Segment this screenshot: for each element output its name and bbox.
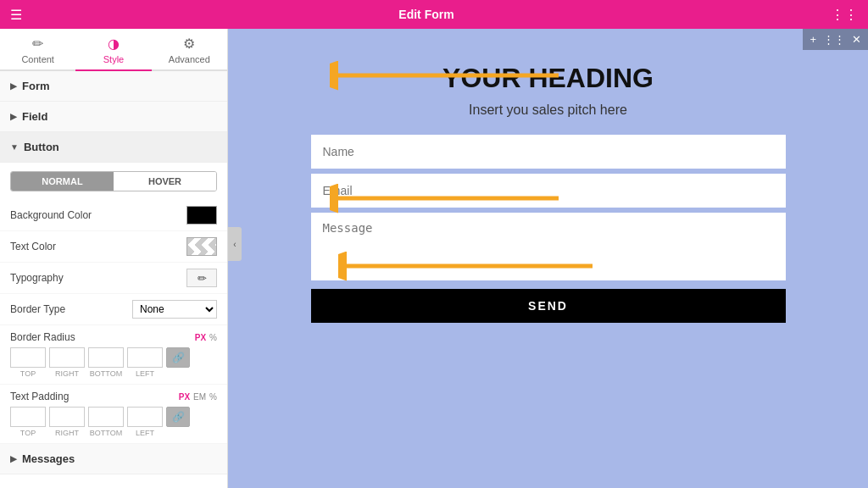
field-arrow-icon: ▶ (10, 112, 17, 121)
typography-label: Typography (10, 272, 186, 284)
text-padding-label: Text Padding (10, 391, 69, 402)
right-label: RIGHT (49, 369, 85, 378)
preview-subheading: Insert you sales pitch here (311, 103, 786, 118)
messages-arrow-icon: ▶ (10, 454, 17, 463)
padding-top-label: TOP (10, 429, 46, 437)
tabs-container: ✏ Content ◑ Style ⚙ Advanced (0, 29, 227, 71)
bottom-label: BOTTOM (88, 369, 124, 378)
border-radius-section: Border Radius PX % 🔗 TOP RIGHT BOTTOM LE… (0, 325, 227, 385)
section-form[interactable]: ▶ Form (0, 71, 227, 102)
border-radius-label: Border Radius (10, 331, 75, 343)
form-preview: YOUR HEADING Insert you sales pitch here… (311, 63, 786, 323)
send-button[interactable]: SEND (311, 289, 786, 323)
tab-advanced-label: Advanced (169, 54, 210, 64)
menu-icon[interactable]: ☰ (10, 7, 22, 23)
preview-toolbar: + ⋮⋮ ✕ (803, 29, 868, 50)
border-type-label: Border Type (10, 303, 132, 315)
typography-row: Typography ✏ (0, 263, 227, 294)
button-arrow-icon: ▼ (10, 142, 19, 152)
border-radius-top-input[interactable] (10, 347, 46, 368)
background-color-row: Background Color (0, 200, 227, 231)
preview-heading: YOUR HEADING (311, 63, 786, 94)
bg-color-label: Background Color (10, 209, 186, 221)
text-padding-section: Text Padding PX EM % 🔗 TOP RIGHT BOTTOM … (0, 385, 227, 444)
name-input[interactable] (311, 135, 786, 169)
advanced-tab-icon: ⚙ (183, 36, 195, 52)
normal-tab-btn[interactable]: NORMAL (11, 172, 114, 191)
border-radius-link-btn[interactable]: 🔗 (166, 347, 190, 368)
message-textarea[interactable] (311, 213, 786, 280)
email-input[interactable] (311, 174, 786, 208)
section-button-label: Button (24, 141, 59, 153)
collapse-panel-handle[interactable]: ‹ (228, 227, 242, 261)
border-radius-left-input[interactable] (127, 347, 163, 368)
hover-tab-btn[interactable]: HOVER (114, 172, 216, 191)
main-layout: ✏ Content ◑ Style ⚙ Advanced ▶ Form ▶ Fi… (0, 29, 868, 488)
border-radius-percent-unit[interactable]: % (209, 333, 217, 342)
tab-style-label: Style (103, 54, 124, 64)
section-messages-label: Messages (22, 452, 75, 465)
text-color-label: Text Color (10, 241, 186, 252)
typography-edit-btn[interactable]: ✏ (186, 269, 217, 287)
grid-icon[interactable]: ⋮⋮ (831, 7, 858, 23)
text-padding-bottom-input[interactable] (88, 407, 124, 427)
border-type-row: Border Type None Solid Dashed Dotted (0, 294, 227, 325)
text-color-row: Text Color (0, 231, 227, 263)
tab-content[interactable]: ✏ Content (0, 29, 75, 71)
padding-right-label: RIGHT (49, 429, 85, 437)
border-radius-px-unit[interactable]: PX (195, 333, 206, 342)
text-padding-right-input[interactable] (49, 407, 85, 427)
text-padding-percent-unit[interactable]: % (209, 392, 217, 402)
top-label: TOP (10, 369, 46, 378)
right-preview-panel: + ⋮⋮ ✕ YOUR HEADING Insert you sales pit… (228, 29, 868, 488)
top-bar: ☰ Edit Form ⋮⋮ (0, 0, 868, 29)
border-radius-bottom-input[interactable] (88, 347, 124, 368)
text-padding-px-unit[interactable]: PX (179, 392, 190, 402)
text-color-swatch[interactable] (186, 237, 217, 256)
text-padding-left-input[interactable] (127, 407, 163, 427)
add-icon[interactable]: + (808, 31, 818, 47)
content-tab-icon: ✏ (32, 36, 43, 52)
form-arrow-icon: ▶ (10, 81, 17, 91)
border-radius-right-input[interactable] (49, 347, 85, 368)
normal-hover-toggle: NORMAL HOVER (10, 171, 217, 191)
section-field[interactable]: ▶ Field (0, 102, 227, 132)
tab-content-label: Content (21, 54, 54, 64)
section-field-label: Field (22, 110, 47, 123)
bg-color-swatch[interactable] (186, 206, 217, 225)
tab-advanced[interactable]: ⚙ Advanced (152, 29, 227, 71)
close-preview-icon[interactable]: ✕ (850, 31, 863, 47)
section-form-label: Form (22, 80, 50, 92)
border-type-select[interactable]: None Solid Dashed Dotted (132, 300, 217, 319)
padding-left-label: LEFT (127, 429, 163, 437)
left-panel: ✏ Content ◑ Style ⚙ Advanced ▶ Form ▶ Fi… (0, 29, 228, 488)
left-label: LEFT (127, 369, 163, 378)
section-messages[interactable]: ▶ Messages (0, 444, 227, 474)
text-padding-link-btn[interactable]: 🔗 (166, 407, 190, 427)
section-button[interactable]: ▼ Button (0, 132, 227, 163)
tab-style[interactable]: ◑ Style (75, 29, 151, 71)
style-tab-icon: ◑ (108, 36, 120, 52)
text-padding-top-input[interactable] (10, 407, 46, 427)
page-title: Edit Form (398, 8, 453, 21)
padding-bottom-label: BOTTOM (88, 429, 124, 437)
grid-view-icon[interactable]: ⋮⋮ (821, 31, 847, 47)
text-padding-em-unit[interactable]: EM (193, 392, 206, 402)
